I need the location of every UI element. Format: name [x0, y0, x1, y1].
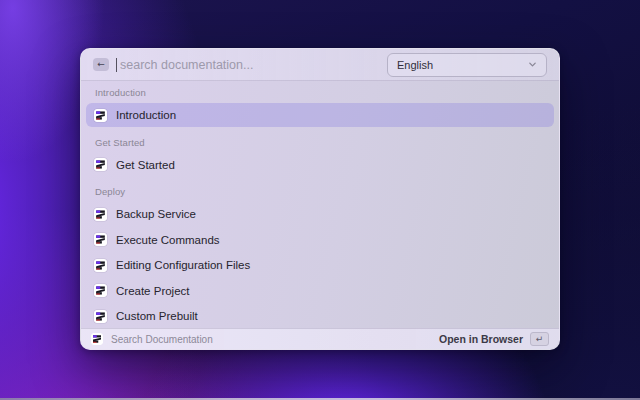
result-item-label: Introduction	[116, 109, 176, 121]
back-arrow-icon: ←	[97, 58, 105, 71]
search-input[interactable]	[118, 58, 387, 72]
result-item[interactable]: Introduction	[86, 103, 554, 127]
result-item[interactable]: Create Project	[86, 279, 554, 303]
result-item[interactable]: Custom Prebuilt	[86, 304, 554, 328]
chevron-down-icon	[528, 60, 537, 69]
result-item-label: Backup Service	[116, 208, 196, 220]
zeabur-logo-icon	[91, 333, 103, 345]
zeabur-logo-icon	[94, 310, 107, 323]
result-item-label: Create Project	[116, 285, 190, 297]
footer-context-label: Search Documentation	[111, 334, 213, 345]
zeabur-logo-icon	[94, 158, 107, 171]
result-item[interactable]: Get Started	[86, 153, 554, 177]
result-item-label: Execute Commands	[116, 234, 220, 246]
text-caret	[116, 58, 117, 72]
results-list: IntroductionIntroductionGet StartedGet S…	[81, 81, 559, 328]
result-item[interactable]: Editing Configuration Files	[86, 253, 554, 277]
section-label: Introduction	[86, 81, 554, 103]
open-in-browser-label[interactable]: Open in Browser	[439, 333, 523, 345]
dialog-header: ← English	[81, 49, 559, 81]
zeabur-logo-icon	[94, 109, 107, 122]
search-documentation-dialog: ← English IntroductionIntroductionGet St…	[80, 48, 560, 350]
zeabur-logo-icon	[94, 233, 107, 246]
enter-key-button[interactable]: ↵	[530, 332, 549, 346]
back-button[interactable]: ←	[93, 58, 109, 71]
section-label: Get Started	[86, 129, 554, 153]
dialog-footer: Search Documentation Open in Browser ↵	[81, 328, 559, 349]
result-item-label: Get Started	[116, 159, 175, 171]
language-select-value: English	[397, 59, 433, 71]
result-item-label: Editing Configuration Files	[116, 259, 250, 271]
zeabur-logo-icon	[94, 284, 107, 297]
result-item[interactable]: Execute Commands	[86, 228, 554, 252]
language-select[interactable]: English	[387, 53, 547, 77]
enter-key-icon: ↵	[536, 334, 544, 344]
zeabur-logo-icon	[94, 259, 107, 272]
result-item-label: Custom Prebuilt	[116, 310, 198, 322]
zeabur-logo-icon	[94, 208, 107, 221]
section-label: Deploy	[86, 178, 554, 202]
desktop-wallpaper: ← English IntroductionIntroductionGet St…	[0, 0, 640, 400]
result-item[interactable]: Backup Service	[86, 202, 554, 226]
